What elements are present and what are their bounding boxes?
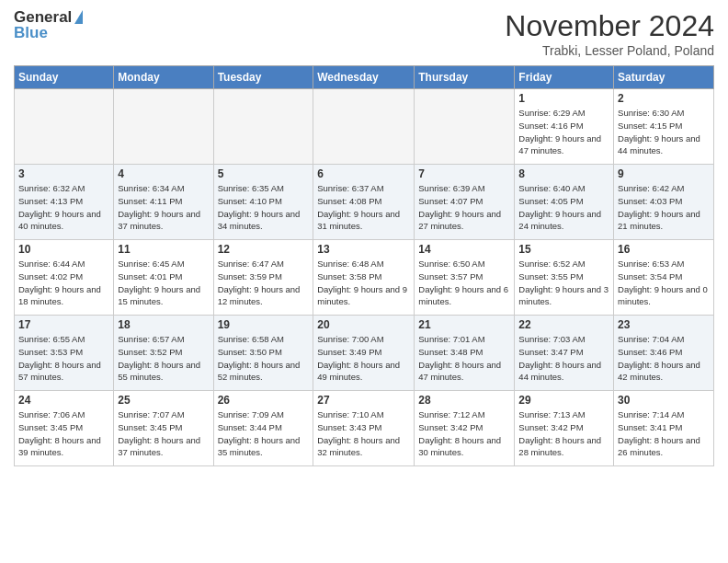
calendar-cell	[313, 89, 415, 165]
day-number: 9	[618, 167, 710, 180]
day-number: 7	[418, 167, 510, 180]
header-wednesday: Wednesday	[313, 66, 415, 89]
calendar-cell	[114, 89, 213, 165]
calendar-cell	[415, 89, 515, 165]
day-info: Sunrise: 7:01 AM Sunset: 3:48 PM Dayligh…	[418, 333, 510, 384]
day-number: 6	[317, 167, 410, 180]
calendar-cell: 2Sunrise: 6:30 AM Sunset: 4:15 PM Daylig…	[614, 89, 714, 165]
calendar-cell	[213, 89, 313, 165]
day-number: 14	[418, 243, 510, 256]
day-info: Sunrise: 6:57 AM Sunset: 3:52 PM Dayligh…	[118, 333, 209, 384]
day-info: Sunrise: 6:53 AM Sunset: 3:54 PM Dayligh…	[618, 258, 710, 308]
title-section: November 2024 Trabki, Lesser Poland, Pol…	[505, 9, 714, 58]
day-info: Sunrise: 6:50 AM Sunset: 3:57 PM Dayligh…	[418, 258, 510, 308]
day-info: Sunrise: 6:48 AM Sunset: 3:58 PM Dayligh…	[317, 258, 410, 308]
day-number: 28	[418, 394, 510, 407]
calendar-cell: 30Sunrise: 7:14 AM Sunset: 3:41 PM Dayli…	[614, 391, 714, 466]
day-info: Sunrise: 7:00 AM Sunset: 3:49 PM Dayligh…	[317, 333, 410, 384]
header-saturday: Saturday	[614, 66, 714, 89]
calendar-cell: 15Sunrise: 6:52 AM Sunset: 3:55 PM Dayli…	[515, 240, 614, 316]
calendar-cell: 18Sunrise: 6:57 AM Sunset: 3:52 PM Dayli…	[114, 316, 213, 391]
day-info: Sunrise: 6:40 AM Sunset: 4:05 PM Dayligh…	[518, 182, 609, 233]
header-thursday: Thursday	[415, 66, 515, 89]
day-number: 3	[18, 167, 109, 180]
calendar-cell: 23Sunrise: 7:04 AM Sunset: 3:46 PM Dayli…	[614, 316, 714, 391]
calendar-week-4: 17Sunrise: 6:55 AM Sunset: 3:53 PM Dayli…	[15, 316, 714, 391]
calendar-cell: 13Sunrise: 6:48 AM Sunset: 3:58 PM Dayli…	[313, 240, 415, 316]
day-info: Sunrise: 6:42 AM Sunset: 4:03 PM Dayligh…	[618, 182, 710, 233]
calendar-header-row: Sunday Monday Tuesday Wednesday Thursday…	[15, 66, 714, 89]
day-number: 5	[218, 167, 310, 180]
calendar-cell: 26Sunrise: 7:09 AM Sunset: 3:44 PM Dayli…	[213, 391, 313, 466]
day-number: 2	[618, 92, 710, 105]
day-info: Sunrise: 7:06 AM Sunset: 3:45 PM Dayligh…	[18, 408, 109, 459]
day-info: Sunrise: 6:32 AM Sunset: 4:13 PM Dayligh…	[18, 182, 109, 233]
header-sunday: Sunday	[15, 66, 114, 89]
calendar-cell: 6Sunrise: 6:37 AM Sunset: 4:08 PM Daylig…	[313, 165, 415, 240]
day-number: 17	[18, 318, 109, 331]
day-number: 20	[317, 318, 410, 331]
day-info: Sunrise: 7:09 AM Sunset: 3:44 PM Dayligh…	[218, 408, 310, 459]
page: General Blue November 2024 Trabki, Lesse…	[0, 0, 728, 476]
day-info: Sunrise: 6:34 AM Sunset: 4:11 PM Dayligh…	[118, 182, 209, 233]
calendar-week-5: 24Sunrise: 7:06 AM Sunset: 3:45 PM Dayli…	[15, 391, 714, 466]
day-number: 27	[317, 394, 410, 407]
day-info: Sunrise: 6:45 AM Sunset: 4:01 PM Dayligh…	[118, 258, 209, 308]
calendar-cell: 22Sunrise: 7:03 AM Sunset: 3:47 PM Dayli…	[515, 316, 614, 391]
day-number: 22	[518, 318, 609, 331]
calendar-cell: 4Sunrise: 6:34 AM Sunset: 4:11 PM Daylig…	[114, 165, 213, 240]
day-info: Sunrise: 7:07 AM Sunset: 3:45 PM Dayligh…	[118, 408, 209, 459]
header: General Blue November 2024 Trabki, Lesse…	[14, 9, 714, 58]
calendar-cell: 5Sunrise: 6:35 AM Sunset: 4:10 PM Daylig…	[213, 165, 313, 240]
header-friday: Friday	[515, 66, 614, 89]
day-number: 21	[418, 318, 510, 331]
day-info: Sunrise: 6:44 AM Sunset: 4:02 PM Dayligh…	[18, 258, 109, 308]
day-info: Sunrise: 6:35 AM Sunset: 4:10 PM Dayligh…	[218, 182, 310, 233]
calendar-cell: 27Sunrise: 7:10 AM Sunset: 3:43 PM Dayli…	[313, 391, 415, 466]
day-number: 23	[618, 318, 710, 331]
calendar-cell: 3Sunrise: 6:32 AM Sunset: 4:13 PM Daylig…	[15, 165, 114, 240]
page-title: November 2024	[505, 9, 714, 43]
day-number: 4	[118, 167, 209, 180]
day-info: Sunrise: 7:13 AM Sunset: 3:42 PM Dayligh…	[518, 408, 609, 459]
day-number: 19	[218, 318, 310, 331]
calendar-cell: 14Sunrise: 6:50 AM Sunset: 3:57 PM Dayli…	[415, 240, 515, 316]
calendar-cell: 24Sunrise: 7:06 AM Sunset: 3:45 PM Dayli…	[15, 391, 114, 466]
page-subtitle: Trabki, Lesser Poland, Poland	[505, 43, 714, 58]
day-info: Sunrise: 6:52 AM Sunset: 3:55 PM Dayligh…	[518, 258, 609, 308]
calendar-cell: 25Sunrise: 7:07 AM Sunset: 3:45 PM Dayli…	[114, 391, 213, 466]
day-info: Sunrise: 6:30 AM Sunset: 4:15 PM Dayligh…	[618, 107, 710, 157]
day-info: Sunrise: 7:03 AM Sunset: 3:47 PM Dayligh…	[518, 333, 609, 384]
calendar-cell: 11Sunrise: 6:45 AM Sunset: 4:01 PM Dayli…	[114, 240, 213, 316]
day-number: 25	[118, 394, 209, 407]
calendar-cell: 21Sunrise: 7:01 AM Sunset: 3:48 PM Dayli…	[415, 316, 515, 391]
day-info: Sunrise: 6:58 AM Sunset: 3:50 PM Dayligh…	[218, 333, 310, 384]
calendar-cell: 20Sunrise: 7:00 AM Sunset: 3:49 PM Dayli…	[313, 316, 415, 391]
day-info: Sunrise: 7:14 AM Sunset: 3:41 PM Dayligh…	[618, 408, 710, 459]
day-number: 16	[618, 243, 710, 256]
calendar-cell: 16Sunrise: 6:53 AM Sunset: 3:54 PM Dayli…	[614, 240, 714, 316]
day-info: Sunrise: 7:10 AM Sunset: 3:43 PM Dayligh…	[317, 408, 410, 459]
day-number: 26	[218, 394, 310, 407]
header-monday: Monday	[114, 66, 213, 89]
day-number: 8	[518, 167, 609, 180]
day-number: 24	[18, 394, 109, 407]
calendar-week-1: 1Sunrise: 6:29 AM Sunset: 4:16 PM Daylig…	[15, 89, 714, 165]
calendar-week-2: 3Sunrise: 6:32 AM Sunset: 4:13 PM Daylig…	[15, 165, 714, 240]
calendar-cell: 28Sunrise: 7:12 AM Sunset: 3:42 PM Dayli…	[415, 391, 515, 466]
calendar-cell: 1Sunrise: 6:29 AM Sunset: 4:16 PM Daylig…	[515, 89, 614, 165]
day-info: Sunrise: 6:29 AM Sunset: 4:16 PM Dayligh…	[518, 107, 609, 157]
calendar-cell: 29Sunrise: 7:13 AM Sunset: 3:42 PM Dayli…	[515, 391, 614, 466]
calendar-cell: 12Sunrise: 6:47 AM Sunset: 3:59 PM Dayli…	[213, 240, 313, 316]
day-info: Sunrise: 6:39 AM Sunset: 4:07 PM Dayligh…	[418, 182, 510, 233]
day-number: 10	[18, 243, 109, 256]
logo-triangle-icon	[74, 10, 83, 24]
day-number: 18	[118, 318, 209, 331]
day-info: Sunrise: 6:55 AM Sunset: 3:53 PM Dayligh…	[18, 333, 109, 384]
calendar-cell	[15, 89, 114, 165]
logo-blue: Blue	[14, 25, 83, 42]
calendar-cell: 10Sunrise: 6:44 AM Sunset: 4:02 PM Dayli…	[15, 240, 114, 316]
calendar-cell: 8Sunrise: 6:40 AM Sunset: 4:05 PM Daylig…	[515, 165, 614, 240]
day-number: 1	[518, 92, 609, 105]
calendar-cell: 17Sunrise: 6:55 AM Sunset: 3:53 PM Dayli…	[15, 316, 114, 391]
